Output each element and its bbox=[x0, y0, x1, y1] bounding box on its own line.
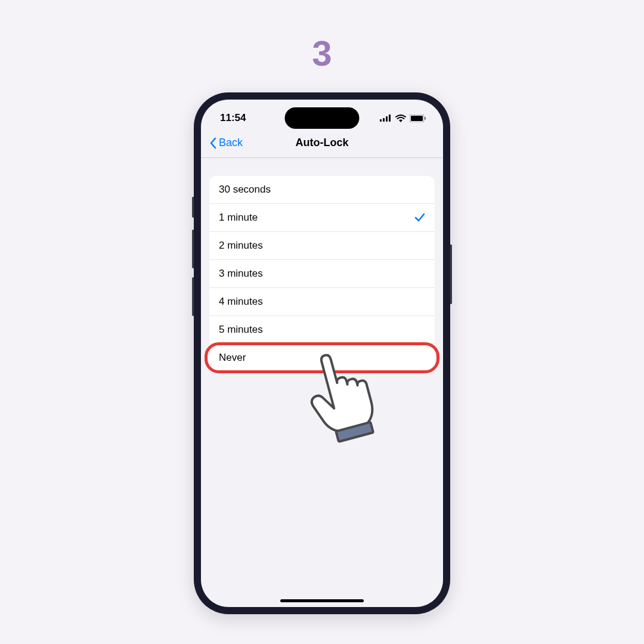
back-label: Back bbox=[219, 137, 243, 149]
status-time: 11:54 bbox=[220, 112, 246, 124]
power-button bbox=[450, 244, 452, 304]
auto-lock-option[interactable]: 4 minutes bbox=[209, 288, 435, 316]
svg-rect-5 bbox=[411, 116, 423, 121]
option-label: 3 minutes bbox=[219, 268, 263, 280]
option-label: 30 seconds bbox=[219, 184, 271, 196]
phone-screen: 11:54 bbox=[201, 100, 443, 607]
phone-frame: 11:54 bbox=[194, 92, 450, 614]
option-label: Never bbox=[219, 352, 246, 364]
chevron-left-icon bbox=[209, 137, 216, 149]
svg-rect-0 bbox=[380, 119, 382, 122]
auto-lock-option[interactable]: 5 minutes bbox=[209, 316, 435, 344]
back-button[interactable]: Back bbox=[209, 137, 243, 149]
home-indicator[interactable] bbox=[280, 599, 364, 602]
auto-lock-option[interactable]: 3 minutes bbox=[209, 260, 435, 288]
svg-rect-1 bbox=[383, 118, 385, 122]
nav-bar: Back Auto-Lock bbox=[201, 131, 443, 158]
volume-up-button bbox=[192, 230, 194, 268]
auto-lock-option[interactable]: 1 minute bbox=[209, 204, 435, 232]
auto-lock-option[interactable]: 2 minutes bbox=[209, 232, 435, 260]
svg-rect-6 bbox=[425, 117, 426, 120]
wifi-icon bbox=[395, 114, 406, 122]
svg-rect-2 bbox=[386, 116, 388, 122]
checkmark-icon bbox=[414, 212, 425, 223]
nav-title: Auto-Lock bbox=[296, 137, 349, 149]
cellular-signal-icon bbox=[380, 114, 392, 122]
option-label: 5 minutes bbox=[219, 324, 263, 336]
svg-rect-3 bbox=[389, 114, 391, 122]
mute-switch bbox=[192, 197, 194, 218]
auto-lock-option[interactable]: Never bbox=[209, 344, 435, 371]
option-label: 4 minutes bbox=[219, 296, 263, 308]
volume-down-button bbox=[192, 277, 194, 316]
dynamic-island bbox=[285, 107, 360, 129]
auto-lock-option[interactable]: 30 seconds bbox=[209, 176, 435, 204]
option-label: 1 minute bbox=[219, 212, 258, 224]
auto-lock-options-list: 30 seconds1 minute2 minutes3 minutes4 mi… bbox=[209, 176, 435, 371]
step-number: 3 bbox=[312, 33, 332, 74]
battery-icon bbox=[410, 114, 426, 122]
option-label: 2 minutes bbox=[219, 240, 263, 252]
status-icons bbox=[380, 114, 426, 122]
content-area: 30 seconds1 minute2 minutes3 minutes4 mi… bbox=[201, 158, 443, 371]
